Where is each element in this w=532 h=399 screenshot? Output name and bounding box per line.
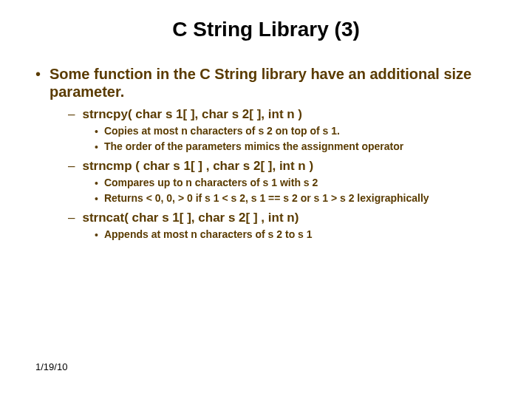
bullet-level3: • The order of the parameters mimics the…: [95, 140, 497, 154]
bullet-level3: • Copies at most n characters of s 2 on …: [95, 124, 497, 138]
bullet-dot-icon: •: [95, 192, 98, 205]
dash-icon: –: [68, 106, 75, 123]
bullet-level2: – strncmp ( char s 1[ ] , char s 2[ ], i…: [68, 158, 497, 174]
function-signature: strncmp ( char s 1[ ] , char s 2[ ], int…: [82, 158, 313, 174]
bullet-level3: • Returns < 0, 0, > 0 if s 1 < s 2, s 1 …: [95, 191, 497, 205]
bullet-level3: • Appends at most n characters of s 2 to…: [95, 228, 497, 242]
slide-title: C String Library (3): [0, 18, 532, 41]
bullet-dot-icon: •: [95, 228, 98, 242]
bullet-level1-text: Some function in the C String library ha…: [50, 65, 497, 100]
description-text: Returns < 0, 0, > 0 if s 1 < s 2, s 1 ==…: [104, 191, 429, 205]
bullet-level3: • Compares up to n characters of s 1 wit…: [95, 176, 497, 190]
bullet-dot-icon: •: [95, 140, 98, 154]
bullet-level2: – strncpy( char s 1[ ], char s 2[ ], int…: [68, 106, 497, 123]
description-text: Compares up to n characters of s 1 with …: [104, 176, 318, 189]
description-text: Copies at most n characters of s 2 on to…: [104, 124, 340, 137]
bullet-dot-icon: •: [35, 65, 41, 83]
bullet-dot-icon: •: [95, 125, 98, 138]
footer-date: 1/19/10: [35, 361, 67, 372]
bullet-level1: • Some function in the C String library …: [35, 65, 497, 100]
bullet-dot-icon: •: [95, 177, 98, 190]
function-signature: strncat( char s 1[ ], char s 2[ ] , int …: [82, 210, 299, 226]
dash-icon: –: [68, 158, 75, 174]
function-signature: strncpy( char s 1[ ], char s 2[ ], int n…: [82, 106, 302, 123]
description-text: Appends at most n characters of s 2 to s…: [104, 228, 313, 241]
dash-icon: –: [68, 210, 75, 226]
bullet-level2: – strncat( char s 1[ ], char s 2[ ] , in…: [68, 210, 497, 226]
slide: C String Library (3) • Some function in …: [0, 0, 532, 399]
description-text: The order of the parameters mimics the a…: [104, 140, 403, 153]
